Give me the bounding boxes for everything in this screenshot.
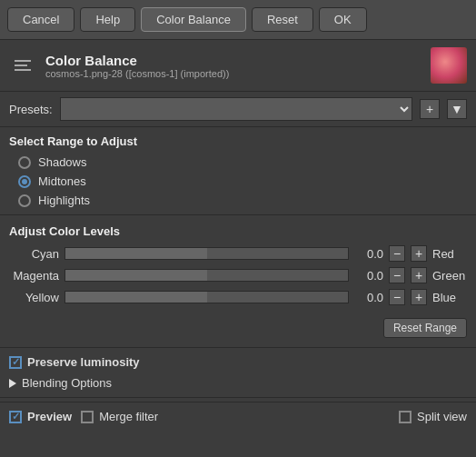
- adjust-icon: [15, 60, 31, 71]
- cyan-slider[interactable]: [64, 247, 349, 260]
- divider-3: [0, 397, 476, 398]
- magenta-minus-button[interactable]: −: [389, 267, 405, 283]
- cancel-button[interactable]: Cancel: [7, 7, 74, 32]
- midtones-label: Midtones: [38, 174, 86, 188]
- split-view-group: Split view: [399, 410, 467, 423]
- cyan-red-row: Cyan 0.0 − + Red: [9, 245, 467, 262]
- cyan-minus-button[interactable]: −: [389, 245, 405, 262]
- split-view-label: Split view: [417, 410, 467, 423]
- header-subtitle: cosmos-1.png-28 ([cosmos-1] (imported)): [45, 68, 431, 79]
- header-icon: [9, 52, 36, 79]
- midtones-radio-circle: [18, 175, 31, 188]
- blending-options-label: Blending Options: [22, 376, 112, 390]
- highlights-radio-circle: [18, 194, 31, 207]
- header-title: Color Balance: [45, 53, 431, 68]
- color-balance-tab-button[interactable]: Color Balance: [141, 7, 246, 32]
- preview-label: Preview: [27, 410, 72, 423]
- merge-filter-label: Merge filter: [99, 410, 158, 423]
- presets-select[interactable]: [60, 97, 412, 121]
- yellow-value: 0.0: [354, 291, 383, 304]
- preserve-luminosity-checkbox-box: [9, 356, 22, 369]
- add-preset-button[interactable]: +: [420, 99, 440, 119]
- split-view-checkbox[interactable]: Split view: [399, 410, 467, 423]
- magenta-plus-button[interactable]: +: [411, 267, 427, 283]
- shadows-label: Shadows: [38, 155, 86, 169]
- magenta-slider-fill: [65, 270, 207, 281]
- divider-1: [0, 214, 476, 215]
- highlights-label: Highlights: [38, 194, 90, 207]
- yellow-slider-fill: [65, 292, 207, 303]
- split-view-checkbox-box: [399, 411, 412, 423]
- reset-button[interactable]: Reset: [252, 7, 313, 32]
- adjust-levels-title: Adjust Color Levels: [9, 224, 467, 238]
- cyan-label: Cyan: [9, 247, 59, 261]
- select-range-title: Select Range to Adjust: [9, 134, 467, 148]
- shadows-radio[interactable]: Shadows: [18, 155, 467, 169]
- preview-checkbox-box: [9, 411, 22, 423]
- red-label: Red: [432, 247, 467, 261]
- magenta-value: 0.0: [354, 269, 383, 283]
- divider-2: [0, 347, 476, 348]
- magenta-label: Magenta: [9, 269, 59, 283]
- cyan-value: 0.0: [354, 247, 383, 261]
- header-row: Color Balance cosmos-1.png-28 ([cosmos-1…: [0, 40, 476, 92]
- presets-label: Presets:: [9, 103, 53, 116]
- green-label: Green: [432, 269, 467, 283]
- bottom-bar: Preview Merge filter Split view: [0, 402, 476, 431]
- reset-range-row: Reset Range: [0, 316, 476, 343]
- preserve-luminosity-label: Preserve luminosity: [27, 355, 140, 369]
- preserve-luminosity-row[interactable]: Preserve luminosity: [0, 352, 476, 373]
- highlights-radio[interactable]: Highlights: [18, 194, 467, 207]
- shadows-radio-circle: [18, 156, 31, 169]
- yellow-plus-button[interactable]: +: [411, 289, 427, 305]
- blending-options-row[interactable]: Blending Options: [0, 373, 476, 393]
- adjust-color-levels-section: Adjust Color Levels Cyan 0.0 − + Red Mag…: [0, 219, 476, 316]
- preview-checkbox[interactable]: Preview: [9, 410, 72, 423]
- presets-row: Presets: + ▼: [0, 92, 476, 127]
- merge-filter-checkbox[interactable]: Merge filter: [81, 410, 158, 423]
- cyan-slider-fill: [65, 248, 207, 259]
- yellow-label: Yellow: [9, 291, 59, 304]
- magenta-green-row: Magenta 0.0 − + Green: [9, 267, 467, 283]
- yellow-blue-row: Yellow 0.0 − + Blue: [9, 289, 467, 305]
- help-button[interactable]: Help: [80, 7, 135, 32]
- blending-options-triangle-icon: [9, 379, 16, 388]
- magenta-slider[interactable]: [64, 269, 349, 282]
- top-toolbar: Cancel Help Color Balance Reset OK: [0, 0, 476, 40]
- blue-label: Blue: [432, 291, 467, 304]
- header-text: Color Balance cosmos-1.png-28 ([cosmos-1…: [45, 53, 431, 79]
- yellow-minus-button[interactable]: −: [389, 289, 405, 305]
- reset-range-button[interactable]: Reset Range: [383, 318, 467, 338]
- range-radio-group: Shadows Midtones Highlights: [9, 155, 467, 207]
- preserve-luminosity-checkbox[interactable]: Preserve luminosity: [9, 355, 140, 369]
- layer-thumbnail: [431, 47, 467, 84]
- preset-options-button[interactable]: ▼: [447, 99, 467, 119]
- midtones-radio[interactable]: Midtones: [18, 174, 467, 188]
- ok-button[interactable]: OK: [319, 7, 367, 32]
- yellow-slider[interactable]: [64, 291, 349, 303]
- select-range-section: Select Range to Adjust Shadows Midtones …: [0, 127, 476, 211]
- merge-filter-checkbox-box: [81, 411, 94, 423]
- cyan-plus-button[interactable]: +: [411, 245, 427, 262]
